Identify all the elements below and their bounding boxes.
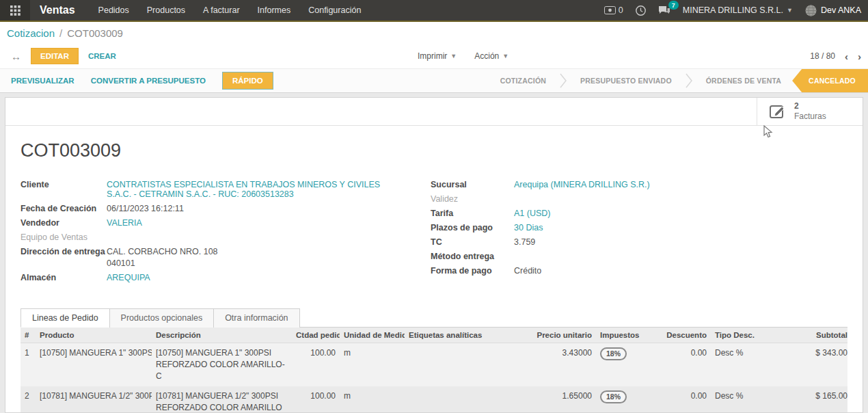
pager-previous-button[interactable]: ‹ — [845, 51, 848, 62]
activities-button[interactable] — [636, 5, 646, 16]
field-value-line: 30 Dias — [514, 223, 719, 232]
field-metodo-entrega: Método entrega — [431, 252, 834, 263]
cell-product[interactable]: [10750] MANGUERA 1" 300PSI R... — [36, 343, 152, 387]
chevron-down-icon: ▼ — [450, 53, 457, 59]
create-button[interactable]: CREAR — [88, 52, 116, 60]
field-label-almacen: Almacén — [21, 273, 107, 284]
field-label-fecha-de-creacion: Fecha de Creación — [21, 204, 107, 215]
user-menu[interactable]: Dev ANKA — [805, 5, 861, 16]
navbar-right: 0 7 MINERA DRILLING S.R.L. ▼ — [604, 5, 868, 16]
menu-item-pedidos[interactable]: Pedidos — [98, 5, 129, 15]
table-body: 1[10750] MANGUERA 1" 300PSI R...[10750] … — [21, 343, 847, 413]
stage-pipeline: COTIZACIÓNPRESUPUESTO ENVIADOÓRDENES DE … — [487, 69, 868, 92]
field-sucursal: SucursalArequipa (MINERA DRILLING S.R.) — [431, 180, 834, 191]
cell-uom[interactable]: m — [340, 386, 405, 412]
cell-analytic-tags[interactable] — [405, 343, 524, 387]
company-selector[interactable]: MINERA DRILLING S.R.L. ▼ — [683, 5, 793, 15]
column-header-tipo-desc[interactable]: Tipo Desc. — [711, 328, 771, 343]
record-pager: 18 / 80 ‹ › — [810, 51, 861, 62]
field-value-validez — [514, 194, 719, 206]
cell-discount[interactable]: 0.00 — [657, 343, 711, 387]
field-value-vendedor[interactable]: VALERIA — [107, 218, 402, 230]
column-header-subtotal[interactable]: Subtotal — [771, 328, 847, 343]
tab-productos-opcionales[interactable]: Productos opcionales — [109, 308, 215, 328]
stage-presupuesto-enviado[interactable]: PRESUPUESTO ENVIADO — [567, 77, 686, 85]
app-name[interactable]: Ventas — [40, 4, 75, 16]
column-header-[interactable]: # — [21, 328, 36, 343]
action-dropdown[interactable]: Acción ▼ — [474, 51, 508, 61]
column-header-producto[interactable]: Producto — [36, 328, 152, 343]
cell-quantity[interactable]: 100.00 — [292, 343, 340, 387]
field-value-almacen[interactable]: AREQUIPA — [107, 273, 402, 284]
description-line: [10781] MANGUERA 1/2" 300PSI — [156, 390, 288, 402]
menu-item-productos[interactable]: Productos — [147, 5, 185, 15]
column-header-descuento[interactable]: Descuento — [657, 328, 711, 343]
grid-apps-icon — [10, 5, 21, 16]
cell-discount[interactable]: 0.00 — [657, 386, 711, 412]
cell-uom[interactable]: m — [340, 343, 405, 387]
views-count: 0 — [619, 5, 623, 15]
field-tc: TC3.759 — [431, 237, 834, 249]
cell-unit-price[interactable]: 1.65000 — [524, 386, 596, 412]
cell-analytic-tags[interactable] — [405, 386, 524, 412]
menu-item-configuracion[interactable]: Configuración — [308, 5, 361, 15]
invoices-label: Facturas — [794, 111, 826, 122]
statusbar-button-previsualizar[interactable]: PREVISUALIZAR — [11, 77, 74, 85]
cell-taxes[interactable]: 18% — [596, 343, 657, 387]
stage-ordenes-de-venta[interactable]: ÓRDENES DE VENTA — [692, 77, 795, 85]
form-sheet: 2 Facturas COT003009 ClienteCONTRATISTAS… — [5, 97, 863, 413]
cell-unit-price[interactable]: 3.43000 — [524, 343, 596, 387]
column-header-ctdad-pedida[interactable]: Ctdad pedida — [292, 328, 340, 343]
table-row[interactable]: 2[10781] MANGUERA 1/2" 300PSI...[10781] … — [21, 386, 847, 412]
cell-discount-type[interactable]: Desc % — [711, 343, 771, 387]
statusbar-button-convertir-a-presupuesto[interactable]: CONVERTIR A PRESUPUESTO — [91, 77, 206, 85]
chevron-down-icon: ▼ — [787, 7, 793, 14]
field-value-cliente[interactable]: CONTRATISTAS ESPECIALISTA EN TRABAJOS MI… — [107, 180, 402, 201]
tax-badge: 18% — [600, 390, 627, 403]
field-group-right: SucursalArequipa (MINERA DRILLING S.R.)V… — [431, 180, 834, 287]
column-header-descripcion[interactable]: Descripción — [152, 328, 292, 343]
field-value-line: AREQUIPA — [107, 273, 402, 282]
field-value-plazos-de-pago[interactable]: 30 Dias — [514, 223, 719, 235]
menu-item-informes[interactable]: Informes — [258, 5, 291, 15]
views-counter[interactable]: 0 — [604, 5, 623, 15]
pager-next-button[interactable]: › — [858, 51, 861, 62]
invoices-stat-button[interactable]: 2 Facturas — [757, 98, 863, 125]
messages-button[interactable]: 7 — [658, 5, 670, 15]
stage-cotizacion[interactable]: COTIZACIÓN — [487, 77, 560, 85]
field-value-tarifa[interactable]: A1 (USD) — [514, 209, 719, 220]
apps-menu-button[interactable] — [0, 0, 30, 21]
field-value-line: 040101 — [107, 258, 402, 268]
company-name: MINERA DRILLING S.R.L. — [683, 5, 783, 15]
menu-item-a-facturar[interactable]: A facturar — [203, 5, 240, 15]
cell-quantity[interactable]: 100.00 — [292, 386, 340, 412]
breadcrumb-parent[interactable]: Cotizacion — [7, 27, 55, 39]
resize-arrows-icon[interactable]: ↔ — [11, 51, 21, 62]
tab-lineas-de-pedido[interactable]: Lineas de Pedido — [21, 308, 110, 328]
statusbar: PREVISUALIZARCONVERTIR A PRESUPUESTO RÁP… — [0, 68, 868, 93]
invoices-count: 2 — [794, 101, 826, 111]
field-value-line: 06/11/2023 16:12:11 — [107, 204, 402, 213]
column-header-impuestos[interactable]: Impuestos — [596, 328, 657, 343]
field-value-forma-de-pago: Crédito — [514, 266, 719, 278]
column-header-unidad-de-medida[interactable]: Unidad de Medida — [340, 328, 405, 343]
cell-discount-type[interactable]: Desc % — [711, 386, 771, 412]
field-value-line: CAL. CORBACHO NRO. 108 — [107, 247, 402, 256]
quick-button[interactable]: RÁPIDO — [222, 72, 273, 90]
field-value-sucursal[interactable]: Arequipa (MINERA DRILLING S.R.) — [514, 180, 719, 191]
field-forma-de-pago: Forma de pagoCrédito — [431, 266, 834, 278]
cell-description[interactable]: [10781] MANGUERA 1/2" 300PSIREFORZADO CO… — [152, 386, 292, 412]
cell-description[interactable]: [10750] MANGUERA 1" 300PSIREFORZADO COLO… — [152, 343, 292, 387]
table-row[interactable]: 1[10750] MANGUERA 1" 300PSI R...[10750] … — [21, 343, 847, 387]
print-dropdown[interactable]: Imprimir ▼ — [418, 51, 457, 61]
field-label-plazos-de-pago: Plazos de pago — [431, 223, 514, 235]
cell-product[interactable]: [10781] MANGUERA 1/2" 300PSI... — [36, 386, 152, 412]
field-value-line: Crédito — [514, 266, 719, 276]
cell-taxes[interactable]: 18% — [596, 386, 657, 412]
edit-button[interactable]: EDITAR — [31, 48, 79, 64]
column-header-precio-unitario[interactable]: Precio unitario — [524, 328, 596, 343]
stage-cancelado[interactable]: CANCELADO — [792, 69, 868, 92]
field-value-equipo-de-ventas — [107, 232, 402, 244]
tab-otra-informacion[interactable]: Otra información — [213, 308, 299, 328]
column-header-etiquetas-analiticas[interactable]: Etiquetas analíticas — [405, 328, 524, 343]
